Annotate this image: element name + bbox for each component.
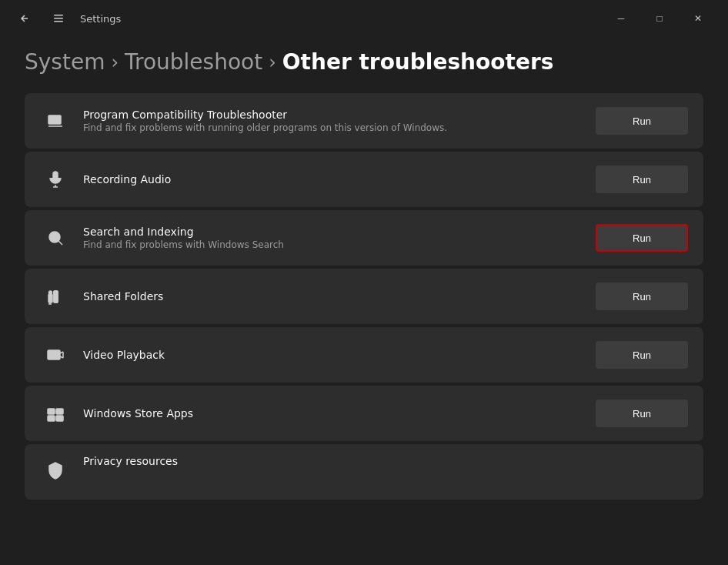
shared-folders-run-button[interactable]: Run (596, 282, 688, 310)
recording-audio-title: Recording Audio (83, 173, 596, 186)
close-button[interactable]: ✕ (680, 6, 716, 31)
svg-rect-2 (54, 21, 63, 22)
video-playback-icon (40, 339, 71, 370)
shared-folders-icon (40, 281, 71, 312)
app-title: Settings (80, 13, 121, 25)
svg-rect-1 (54, 18, 63, 19)
video-playback-text: Video Playback (83, 349, 596, 361)
svg-line-11 (58, 241, 62, 245)
program-compat-text: Program Compatibility Troubleshooter Fin… (83, 109, 596, 133)
minimize-button[interactable]: ─ (603, 6, 639, 31)
list-item: Privacy resources (25, 444, 703, 500)
title-bar-left: Settings (12, 6, 121, 31)
breadcrumb-separator-2: › (269, 52, 276, 73)
window-controls: ─ □ ✕ (603, 6, 716, 31)
windows-store-text: Windows Store Apps (83, 407, 596, 420)
search-indexing-title: Search and Indexing (83, 226, 596, 238)
title-bar: Settings ─ □ ✕ (0, 0, 728, 37)
search-indexing-icon (40, 222, 71, 253)
program-compat-run-button[interactable]: Run (596, 107, 688, 135)
list-item: Shared Folders Run (25, 269, 703, 324)
back-button[interactable] (12, 6, 37, 31)
breadcrumb: System › Troubleshoot › Other troublesho… (25, 49, 703, 75)
breadcrumb-separator-1: › (111, 52, 119, 73)
shared-folders-text: Shared Folders (83, 290, 596, 303)
privacy-resources-icon (40, 455, 71, 486)
troubleshooters-list: Program Compatibility Troubleshooter Fin… (0, 93, 728, 553)
list-item: Recording Audio Run (25, 152, 703, 207)
program-compat-icon (40, 105, 71, 136)
svg-rect-19 (48, 409, 55, 414)
recording-audio-icon (40, 164, 71, 195)
svg-rect-14 (54, 291, 58, 303)
list-item: Search and Indexing Find and fix problem… (25, 210, 703, 266)
svg-rect-0 (54, 15, 63, 16)
search-indexing-desc: Find and fix problems with Windows Searc… (83, 239, 596, 250)
program-compat-title: Program Compatibility Troubleshooter (83, 109, 596, 121)
recording-audio-run-button[interactable]: Run (596, 165, 688, 193)
menu-button[interactable] (46, 6, 71, 31)
svg-point-17 (49, 291, 52, 294)
svg-rect-12 (48, 294, 52, 303)
privacy-resources-title: Privacy resources (83, 455, 688, 467)
list-item: Program Compatibility Troubleshooter Fin… (25, 93, 703, 149)
search-indexing-run-button[interactable]: Run (596, 224, 688, 252)
video-playback-run-button[interactable]: Run (596, 341, 688, 369)
breadcrumb-system[interactable]: System (25, 49, 105, 75)
recording-audio-text: Recording Audio (83, 173, 596, 186)
shared-folders-title: Shared Folders (83, 290, 596, 303)
svg-rect-20 (56, 409, 63, 414)
list-item: Windows Store Apps Run (25, 386, 703, 441)
video-playback-title: Video Playback (83, 349, 596, 361)
svg-point-10 (49, 232, 60, 242)
list-item: Video Playback Run (25, 327, 703, 383)
search-indexing-text: Search and Indexing Find and fix problem… (83, 226, 596, 250)
breadcrumb-current: Other troubleshooters (282, 49, 554, 75)
maximize-button[interactable]: □ (642, 6, 677, 31)
windows-store-run-button[interactable]: Run (596, 400, 688, 427)
svg-rect-22 (56, 416, 63, 421)
svg-rect-3 (48, 115, 61, 124)
privacy-resources-text: Privacy resources (83, 455, 688, 467)
windows-store-icon (40, 398, 71, 429)
svg-rect-21 (48, 416, 55, 421)
windows-store-title: Windows Store Apps (83, 407, 596, 420)
breadcrumb-troubleshoot[interactable]: Troubleshoot (125, 49, 262, 75)
program-compat-desc: Find and fix problems with running older… (83, 122, 596, 133)
svg-rect-18 (48, 350, 60, 359)
breadcrumb-section: System › Troubleshoot › Other troublesho… (0, 37, 728, 93)
